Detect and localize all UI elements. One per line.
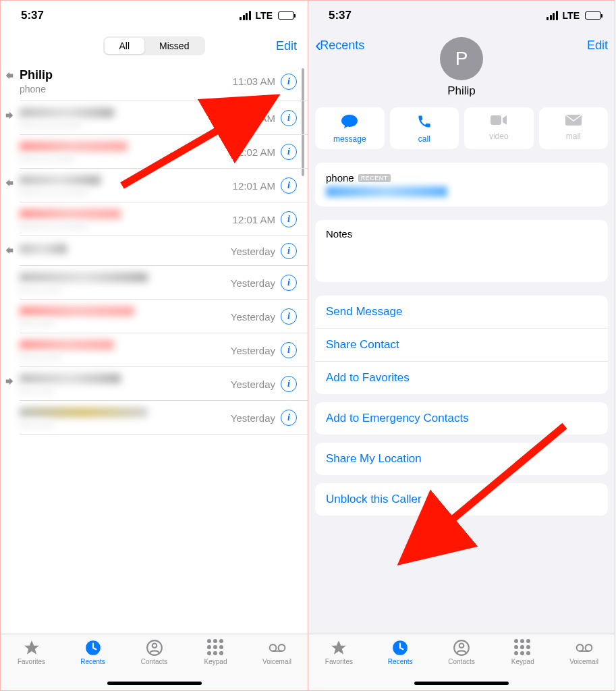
status-bar: 5:37 LTE [1, 1, 308, 30]
call-time: Yesterday [231, 277, 275, 289]
incoming-call-icon [5, 178, 14, 190]
call-row[interactable]: Yesterday i [1, 300, 308, 333]
clock: 5:37 [329, 9, 352, 22]
message-button[interactable]: message [315, 107, 385, 149]
battery-icon [585, 11, 601, 20]
call-time: Yesterday [231, 311, 275, 323]
caller-name: Philip [20, 68, 233, 82]
recents-screen: 5:37 LTE All Missed Edit Philip phone 11… [0, 0, 308, 691]
notes-card[interactable]: Notes [315, 220, 608, 282]
contact-header: P Philip [308, 37, 615, 98]
status-bar: 5:37 LTE [308, 1, 615, 30]
call-time: 11:03 AM [233, 76, 275, 87]
call-row[interactable]: 12:01 AM i [1, 169, 308, 202]
tab-label: Contacts [141, 658, 167, 665]
tab-voicemail[interactable]: Voicemail [561, 639, 608, 690]
action-label: message [333, 134, 366, 144]
message-icon [341, 114, 358, 132]
info-button[interactable]: i [281, 308, 297, 325]
info-button[interactable]: i [281, 342, 297, 358]
info-button[interactable]: i [281, 177, 297, 194]
battery-icon [278, 11, 294, 20]
call-time: 12:02 AM [233, 113, 275, 124]
call-row[interactable]: 12:01 AM i [1, 202, 308, 236]
info-button[interactable]: i [281, 243, 297, 259]
call-row[interactable]: Yesterday i [1, 266, 308, 300]
outgoing-call-icon [5, 377, 14, 389]
unblock-caller-link[interactable]: Unblock this Caller [315, 483, 608, 516]
call-time: 12:01 AM [233, 214, 275, 225]
share-contact-link[interactable]: Share Contact [315, 329, 608, 362]
call-time: Yesterday [231, 412, 275, 424]
call-sublabel: phone [20, 84, 233, 94]
action-buttons: message call video mail [308, 107, 615, 149]
call-time: Yesterday [231, 345, 275, 356]
call-row[interactable]: 12:02 AM i [1, 135, 308, 169]
info-button[interactable]: i [281, 74, 297, 90]
phone-number-card[interactable]: phone RECENT [315, 163, 608, 206]
call-row[interactable]: Philip phone 11:03 AM i [1, 61, 308, 101]
tab-label: Contacts [448, 658, 474, 665]
recent-badge: RECENT [358, 174, 391, 182]
home-indicator[interactable] [107, 682, 202, 685]
tab-label: Recents [388, 658, 413, 665]
tab-favorites[interactable]: Favorites [8, 639, 55, 690]
call-row[interactable]: Yesterday i [1, 401, 308, 435]
call-row[interactable]: Yesterday i [1, 333, 308, 367]
recents-list[interactable]: Philip phone 11:03 AM i 12:02 AM i 12:02… [1, 61, 308, 634]
info-button[interactable]: i [281, 410, 297, 426]
mail-icon [565, 114, 582, 129]
status-icons: LTE [240, 10, 294, 21]
home-indicator[interactable] [414, 682, 509, 685]
add-favorites-link[interactable]: Add to Favorites [315, 362, 608, 394]
actions-group-3: Share My Location [315, 443, 608, 475]
segment-all[interactable]: All [105, 38, 145, 54]
action-label: call [418, 134, 430, 144]
nav-header: All Missed Edit [1, 30, 308, 61]
call-button[interactable]: call [390, 107, 459, 149]
tab-label: Favorites [18, 658, 45, 665]
actions-group-4: Unblock this Caller [315, 483, 608, 516]
call-time: Yesterday [231, 379, 275, 390]
phone-icon [417, 114, 432, 132]
tab-label: Favorites [325, 658, 353, 665]
tab-favorites[interactable]: Favorites [315, 639, 362, 690]
notes-label: Notes [315, 220, 608, 248]
video-button[interactable]: video [464, 107, 534, 149]
svg-point-12 [459, 644, 464, 648]
segment-missed[interactable]: Missed [144, 38, 204, 54]
clock: 5:37 [21, 9, 44, 22]
svg-point-5 [278, 644, 285, 651]
send-message-link[interactable]: Send Message [315, 296, 608, 329]
network-label: LTE [563, 10, 580, 21]
action-label: mail [566, 132, 581, 141]
info-button[interactable]: i [281, 144, 297, 160]
svg-point-13 [576, 644, 583, 651]
share-location-link[interactable]: Share My Location [315, 443, 608, 475]
tab-label: Voicemail [569, 658, 598, 665]
video-icon [490, 114, 507, 129]
edit-button[interactable]: Edit [276, 39, 297, 53]
tab-voicemail[interactable]: Voicemail [254, 639, 301, 690]
call-row[interactable]: 12:02 AM i [1, 101, 308, 135]
info-button[interactable]: i [281, 376, 297, 392]
mail-button[interactable]: mail [539, 107, 609, 149]
contact-detail-screen: 5:37 LTE ‹ Recents Edit P Philip message… [308, 0, 615, 691]
call-row[interactable]: Yesterday i [1, 236, 308, 266]
call-time: 12:02 AM [233, 146, 275, 158]
info-button[interactable]: i [281, 275, 297, 291]
tab-bar: Favorites Recents Contacts Keypad Voicem… [1, 634, 308, 690]
phone-label: phone [326, 172, 354, 184]
info-button[interactable]: i [281, 211, 297, 227]
add-emergency-link[interactable]: Add to Emergency Contacts [315, 402, 608, 435]
status-icons: LTE [547, 10, 601, 21]
tab-label: Voicemail [262, 658, 291, 665]
info-button[interactable]: i [281, 110, 297, 126]
call-row[interactable]: Yesterday i [1, 367, 308, 401]
contact-name: Philip [447, 84, 476, 98]
svg-point-4 [269, 644, 276, 651]
svg-rect-7 [491, 115, 501, 125]
tab-label: Keypad [204, 658, 227, 665]
incoming-call-icon [5, 71, 14, 83]
tab-label: Recents [80, 658, 105, 665]
